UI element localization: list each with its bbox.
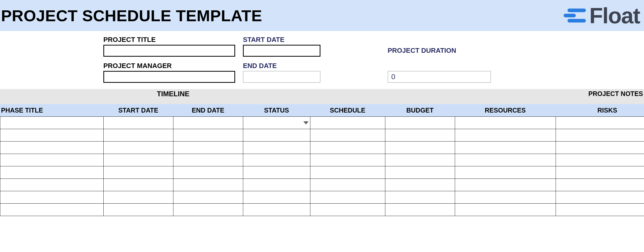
- cell-phase-title[interactable]: [0, 204, 104, 216]
- cell-status[interactable]: [243, 129, 310, 142]
- cell-start-date[interactable]: [104, 117, 173, 129]
- col-risks: RISKS: [556, 107, 644, 114]
- cell-start-date[interactable]: [104, 129, 173, 142]
- float-logo: Float: [564, 4, 640, 27]
- cell-budget[interactable]: [385, 142, 455, 154]
- project-manager-label: PROJECT MANAGER: [103, 62, 235, 70]
- cell-resources[interactable]: [455, 142, 556, 154]
- cell-resources[interactable]: [455, 154, 556, 166]
- table-row: [0, 142, 644, 154]
- end-date-label: END DATE: [243, 62, 380, 70]
- col-budget: BUDGET: [385, 107, 455, 114]
- cell-end-date[interactable]: [173, 204, 243, 216]
- cell-status[interactable]: [243, 142, 310, 154]
- col-start-date: START DATE: [103, 107, 173, 114]
- start-date-input[interactable]: [243, 45, 320, 57]
- col-schedule: SCHEDULE: [310, 107, 385, 114]
- cell-risks[interactable]: [556, 204, 644, 216]
- cell-resources[interactable]: [455, 204, 556, 216]
- cell-start-date[interactable]: [104, 191, 173, 204]
- cell-resources[interactable]: [455, 129, 556, 142]
- cell-risks[interactable]: [556, 117, 644, 129]
- cell-status[interactable]: [243, 179, 310, 191]
- cell-end-date[interactable]: [173, 191, 243, 204]
- cell-phase-title[interactable]: [0, 154, 104, 166]
- cell-resources[interactable]: [455, 191, 556, 204]
- cell-risks[interactable]: [556, 142, 644, 154]
- table-row: [0, 129, 644, 142]
- cell-start-date[interactable]: [104, 142, 173, 154]
- timeline-band-label: TIMELINE: [103, 90, 243, 98]
- cell-resources[interactable]: [455, 117, 556, 129]
- project-meta: PROJECT TITLE PROJECT MANAGER START DATE…: [0, 31, 644, 89]
- cell-status[interactable]: [243, 154, 310, 166]
- float-logo-icon: [564, 9, 586, 23]
- cell-phase-title[interactable]: [0, 191, 104, 204]
- chevron-down-icon[interactable]: [303, 121, 309, 124]
- cell-end-date[interactable]: [173, 129, 243, 142]
- cell-start-date[interactable]: [104, 154, 173, 166]
- cell-status[interactable]: [243, 191, 310, 204]
- cell-status[interactable]: [243, 166, 310, 179]
- cell-schedule[interactable]: [310, 166, 385, 179]
- table-row: [0, 166, 644, 179]
- cell-schedule[interactable]: [310, 179, 385, 191]
- cell-budget[interactable]: [385, 179, 455, 191]
- cell-phase-title[interactable]: [0, 117, 104, 129]
- col-end-date: END DATE: [173, 107, 243, 114]
- cell-phase-title[interactable]: [0, 166, 104, 179]
- cell-end-date[interactable]: [173, 154, 243, 166]
- cell-schedule[interactable]: [310, 191, 385, 204]
- cell-risks[interactable]: [556, 154, 644, 166]
- cell-status[interactable]: [243, 204, 310, 216]
- cell-end-date[interactable]: [173, 117, 243, 129]
- end-date-input[interactable]: [243, 71, 320, 83]
- project-title-input[interactable]: [103, 45, 235, 57]
- cell-budget[interactable]: [385, 154, 455, 166]
- project-duration-label: PROJECT DURATION: [388, 47, 514, 55]
- cell-start-date[interactable]: [104, 166, 173, 179]
- cell-schedule[interactable]: [310, 117, 385, 129]
- cell-phase-title[interactable]: [0, 179, 104, 191]
- cell-budget[interactable]: [385, 117, 455, 129]
- cell-budget[interactable]: [385, 191, 455, 204]
- cell-status[interactable]: [243, 117, 310, 129]
- table-row: [0, 117, 644, 129]
- cell-schedule[interactable]: [310, 129, 385, 142]
- col-resources: RESOURCES: [455, 107, 556, 114]
- cell-start-date[interactable]: [104, 179, 173, 191]
- cell-end-date[interactable]: [173, 142, 243, 154]
- table-row: [0, 154, 644, 166]
- cell-resources[interactable]: [455, 179, 556, 191]
- cell-end-date[interactable]: [173, 166, 243, 179]
- col-status: STATUS: [243, 107, 310, 114]
- column-header: PHASE TITLE START DATE END DATE STATUS S…: [0, 104, 644, 116]
- band-header: TIMELINE PROJECT NOTES: [0, 89, 644, 104]
- table-row: [0, 179, 644, 191]
- cell-risks[interactable]: [556, 166, 644, 179]
- project-title-label: PROJECT TITLE: [103, 36, 235, 44]
- col-phase-title: PHASE TITLE: [0, 107, 103, 114]
- project-duration-value: 0: [388, 71, 491, 83]
- cell-schedule[interactable]: [310, 142, 385, 154]
- cell-risks[interactable]: [556, 129, 644, 142]
- cell-risks[interactable]: [556, 191, 644, 204]
- phase-table: [0, 116, 644, 216]
- cell-end-date[interactable]: [173, 179, 243, 191]
- cell-phase-title[interactable]: [0, 142, 104, 154]
- cell-risks[interactable]: [556, 179, 644, 191]
- cell-phase-title[interactable]: [0, 129, 104, 142]
- cell-schedule[interactable]: [310, 204, 385, 216]
- cell-budget[interactable]: [385, 166, 455, 179]
- project-manager-input[interactable]: [103, 71, 235, 83]
- project-notes-band-label: PROJECT NOTES: [588, 90, 643, 98]
- start-date-label: START DATE: [243, 36, 380, 44]
- title-bar: PROJECT SCHEDULE TEMPLATE Float: [0, 0, 644, 31]
- table-row: [0, 191, 644, 204]
- cell-budget[interactable]: [385, 204, 455, 216]
- float-logo-text: Float: [589, 4, 640, 27]
- cell-schedule[interactable]: [310, 154, 385, 166]
- cell-start-date[interactable]: [104, 204, 173, 216]
- cell-budget[interactable]: [385, 129, 455, 142]
- cell-resources[interactable]: [455, 166, 556, 179]
